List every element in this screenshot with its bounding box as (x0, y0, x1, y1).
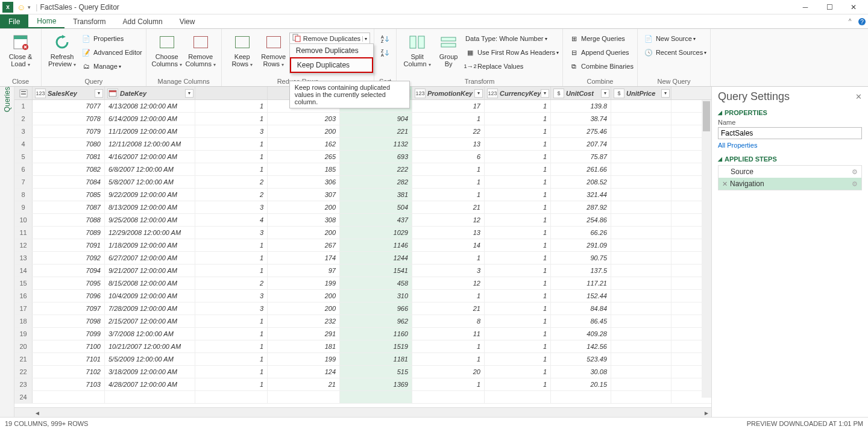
cell[interactable]: 1519 (340, 340, 412, 352)
cell[interactable]: 86.45 (551, 315, 611, 327)
cell[interactable]: 1 (195, 138, 268, 150)
cell[interactable]: 7087 (33, 201, 105, 213)
cell[interactable] (611, 239, 671, 251)
cell[interactable]: 7077 (33, 100, 105, 112)
cell[interactable]: 6/8/2007 12:00:00 AM (105, 163, 195, 175)
cell[interactable] (611, 151, 671, 163)
cell[interactable] (611, 100, 671, 112)
cell[interactable] (611, 252, 671, 264)
cell[interactable]: 8/13/2009 12:00:00 AM (105, 201, 195, 213)
cell[interactable]: 8/15/2008 12:00:00 AM (105, 277, 195, 289)
minimize-button[interactable]: ─ (793, 0, 817, 14)
table-row[interactable]: 570814/16/2007 12:00:00 AM12656936175.87 (14, 151, 711, 163)
cell[interactable]: 1 (485, 151, 551, 163)
filter-dropdown-icon[interactable]: ▾ (95, 89, 103, 98)
cell[interactable]: 199 (268, 277, 340, 289)
cell[interactable]: 1029 (340, 227, 412, 239)
cell[interactable]: 7092 (33, 252, 105, 264)
cell[interactable]: 2 (195, 189, 268, 201)
cell[interactable]: 1 (485, 227, 551, 239)
cell[interactable]: 1146 (340, 239, 412, 251)
delete-step-icon[interactable]: ✕ (722, 180, 728, 187)
cell[interactable]: 7096 (33, 290, 105, 302)
cell[interactable]: 10/21/2007 12:00:00 AM (105, 340, 195, 352)
keep-rows-button[interactable]: Keep Rows ▾ (225, 30, 259, 69)
cell[interactable]: 117.21 (551, 277, 611, 289)
cell[interactable]: 7089 (33, 227, 105, 239)
horizontal-scrollbar[interactable]: ◄ ► (14, 407, 711, 417)
refresh-preview-button[interactable]: Refresh Preview ▾ (45, 30, 79, 69)
cell[interactable]: 1 (412, 113, 485, 125)
table-row[interactable]: 2171015/5/2009 12:00:00 AM1199118111523.… (14, 353, 711, 366)
cell[interactable]: 181 (268, 340, 340, 352)
sort-desc-button[interactable]: ZA (380, 46, 392, 58)
cell[interactable]: 321.44 (551, 189, 611, 201)
remove-duplicates-split-button[interactable]: Remove Duplicates▾ (289, 33, 370, 45)
column-header-unitprice[interactable]: $UnitPrice▾ (611, 87, 671, 99)
cell[interactable]: 137.5 (551, 265, 611, 277)
scroll-right-icon[interactable]: ► (702, 408, 711, 417)
table-row[interactable]: 2371034/28/2007 12:00:00 AM12113691120.1… (14, 378, 711, 391)
column-header-unitcost[interactable]: $UnitCost▾ (551, 87, 611, 99)
column-header-channelkey[interactable] (195, 87, 268, 99)
cell[interactable]: 1160 (340, 328, 412, 340)
new-source-button[interactable]: 📄New Source▾ (644, 33, 706, 45)
table-row[interactable]: 1370926/27/2007 12:00:00 AM117412441190.… (14, 252, 711, 265)
cell[interactable] (412, 391, 485, 403)
cell[interactable]: 7080 (33, 138, 105, 150)
cell[interactable]: 275.46 (551, 125, 611, 137)
tab-add-column[interactable]: Add Column (115, 14, 171, 28)
combine-binaries-button[interactable]: ⧉Combine Binaries (569, 60, 634, 72)
cell[interactable] (33, 391, 105, 403)
cell[interactable]: 1 (485, 353, 551, 365)
remove-columns-button[interactable]: Remove Columns ▾ (184, 30, 218, 69)
cell[interactable]: 203 (268, 113, 340, 125)
cell[interactable]: 904 (340, 113, 412, 125)
cell[interactable]: 1 (195, 239, 268, 251)
cell[interactable]: 267 (268, 239, 340, 251)
type-icon[interactable]: 123 (35, 89, 46, 98)
tab-view[interactable]: View (171, 14, 204, 28)
table-row[interactable]: 270786/14/2009 12:00:00 AM12039041138.74 (14, 113, 711, 125)
use-first-row-headers-button[interactable]: ▦Use First Row As Headers▾ (465, 46, 559, 58)
cell[interactable] (268, 391, 340, 403)
cell[interactable]: 9/22/2009 12:00:00 AM (105, 189, 195, 201)
maximize-button[interactable]: ☐ (817, 0, 841, 14)
cell[interactable]: 7085 (33, 189, 105, 201)
step-navigation[interactable]: ✕Navigation⚙ (719, 178, 861, 190)
cell[interactable]: 962 (340, 315, 412, 327)
cell[interactable]: 1 (195, 113, 268, 125)
cell[interactable]: 3 (412, 265, 485, 277)
cell[interactable]: 3/18/2009 12:00:00 AM (105, 366, 195, 378)
cell[interactable]: 200 (268, 125, 340, 137)
step-source[interactable]: Source⚙ (719, 166, 861, 178)
filter-dropdown-icon[interactable]: ▾ (541, 89, 549, 98)
cell[interactable]: 5/5/2009 12:00:00 AM (105, 353, 195, 365)
cell[interactable]: 124 (268, 366, 340, 378)
cell[interactable]: 458 (340, 277, 412, 289)
cell[interactable]: 1 (195, 163, 268, 175)
cell[interactable]: 261.66 (551, 163, 611, 175)
cell[interactable] (611, 328, 671, 340)
cell[interactable] (611, 353, 671, 365)
cell[interactable]: 515 (340, 366, 412, 378)
tab-file[interactable]: File (0, 14, 28, 28)
cell[interactable]: 200 (268, 302, 340, 315)
cell[interactable]: 221 (340, 125, 412, 137)
cell[interactable]: 17 (412, 100, 485, 112)
row-number[interactable]: 8 (14, 189, 33, 201)
cell[interactable]: 21 (412, 302, 485, 315)
row-number[interactable]: 9 (14, 201, 33, 213)
cell[interactable]: 1 (485, 328, 551, 340)
cell[interactable]: 4/28/2007 12:00:00 AM (105, 378, 195, 390)
cell[interactable]: 2 (195, 176, 268, 188)
cell[interactable]: 1 (485, 252, 551, 264)
table-row[interactable]: 870859/22/2009 12:00:00 AM230738111321.4… (14, 189, 711, 201)
cell[interactable] (611, 201, 671, 213)
cell[interactable]: 1 (195, 328, 268, 340)
cell[interactable]: 291 (268, 328, 340, 340)
cell[interactable]: 1 (195, 252, 268, 264)
cell[interactable]: 1132 (340, 138, 412, 150)
cell[interactable]: 1 (412, 290, 485, 302)
cell[interactable] (611, 302, 671, 315)
